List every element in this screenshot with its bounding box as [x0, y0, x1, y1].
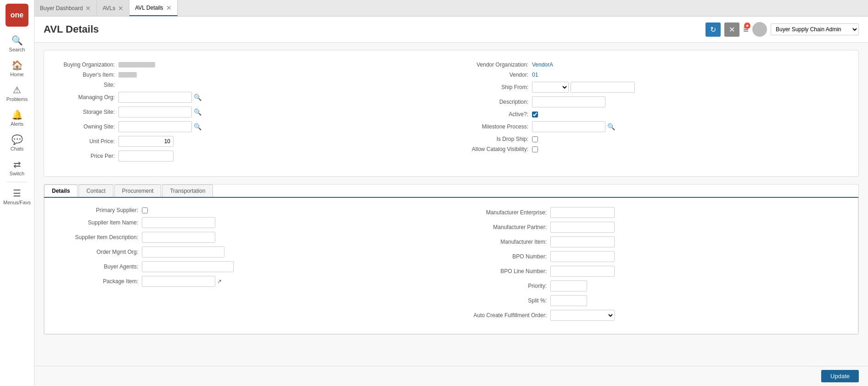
- site-row: Site:: [59, 82, 444, 88]
- sidebar-item-label: Chats: [11, 146, 24, 151]
- sidebar-item-chats[interactable]: 💬 Chats: [0, 130, 34, 155]
- owning-site-search-btn[interactable]: 🔍: [192, 122, 203, 131]
- chat-icon: 💬: [11, 134, 23, 145]
- price-per-label: Price Per:: [59, 153, 118, 159]
- storage-site-search-btn[interactable]: 🔍: [192, 107, 203, 117]
- mfr-item-row: Manufacturer Item:: [459, 236, 843, 247]
- milestone-search-btn[interactable]: 🔍: [605, 122, 617, 131]
- managing-org-input[interactable]: [118, 92, 192, 103]
- sidebar-item-search[interactable]: 🔍 Search: [0, 31, 34, 56]
- sidebar-divider: [7, 182, 27, 182]
- supplier-item-name-input[interactable]: [142, 217, 215, 228]
- content-area: Buying Organization: Buyer's Item: Site:…: [34, 43, 868, 366]
- bpo-line-input[interactable]: [550, 266, 615, 277]
- sidebar-item-switch[interactable]: ⇄ Switch: [0, 155, 34, 180]
- detail-tab-content: Primary Supplier: Supplier Item Name: Su…: [44, 198, 858, 334]
- bpo-line-row: BPO Line Number:: [459, 266, 843, 277]
- tab-avls[interactable]: AVLs ✕: [97, 0, 129, 16]
- mfr-item-label: Manufacturer Item:: [459, 239, 550, 245]
- package-item-group: ↗: [142, 276, 222, 287]
- details-form: Primary Supplier: Supplier Item Name: Su…: [52, 205, 851, 326]
- tab-close-icon[interactable]: ✕: [85, 5, 91, 12]
- owning-site-label: Owning Site:: [59, 123, 118, 130]
- unit-price-label: Unit Price:: [59, 138, 118, 145]
- auto-create-select[interactable]: [550, 310, 615, 321]
- tab-contact[interactable]: Contact: [78, 185, 113, 197]
- auto-create-row: Auto Create Fulfillment Order:: [459, 310, 843, 321]
- main-area: Buyer Dashboard ✕ AVLs ✕ AVL Details ✕ A…: [34, 0, 868, 386]
- tab-details-label: Details: [52, 188, 70, 194]
- page-header: AVL Details ↻ ✕ ≡ ★ Buyer Supply Chain A…: [34, 17, 868, 43]
- vendor-label: Vendor:: [459, 72, 532, 78]
- top-form-card: Buying Organization: Buyer's Item: Site:…: [44, 50, 859, 177]
- buying-org-row: Buying Organization:: [59, 62, 444, 68]
- tab-avl-details[interactable]: AVL Details ✕: [129, 0, 177, 16]
- bpo-number-row: BPO Number:: [459, 251, 843, 262]
- active-checkbox[interactable]: [532, 112, 538, 117]
- milestone-input-group: 🔍: [532, 121, 617, 132]
- site-label: Site:: [59, 82, 118, 88]
- active-row: Active?:: [459, 111, 844, 117]
- description-input[interactable]: [532, 96, 605, 107]
- ship-from-input[interactable]: [571, 82, 635, 93]
- bpo-number-input[interactable]: [550, 251, 615, 262]
- catalog-visibility-checkbox[interactable]: [532, 146, 538, 152]
- tab-label: Buyer Dashboard: [40, 5, 83, 11]
- order-mgmt-org-input[interactable]: [142, 246, 224, 257]
- managing-org-search-btn[interactable]: 🔍: [192, 93, 203, 102]
- order-mgmt-org-label: Order Mgmt Org:: [59, 249, 142, 255]
- update-button[interactable]: Update: [821, 370, 859, 382]
- search-icon: 🔍: [11, 35, 23, 46]
- order-mgmt-org-row: Order Mgmt Org:: [59, 246, 444, 257]
- unit-price-input[interactable]: [118, 136, 174, 147]
- milestone-input[interactable]: [532, 121, 605, 132]
- external-link-icon[interactable]: ↗: [217, 278, 222, 285]
- mfr-partner-label: Manufacturer Partner:: [459, 224, 550, 230]
- tab-procurement[interactable]: Procurement: [114, 185, 162, 197]
- mfr-item-input[interactable]: [550, 236, 615, 247]
- buyer-agents-input[interactable]: [142, 261, 234, 272]
- catalog-visibility-label: Allow Catalog Visibility:: [459, 146, 532, 152]
- tab-buyer-dashboard[interactable]: Buyer Dashboard ✕: [34, 0, 97, 16]
- sidebar-item-problems[interactable]: ⚠ Problems: [0, 81, 34, 106]
- priority-input[interactable]: [550, 280, 587, 291]
- storage-site-input[interactable]: [118, 106, 192, 117]
- vendor-org-label: Vendor Organization:: [459, 62, 532, 68]
- tab-transportation[interactable]: Transportation: [162, 185, 213, 197]
- supplier-item-desc-row: Supplier Item Description:: [59, 232, 444, 243]
- primary-supplier-checkbox[interactable]: [142, 207, 148, 213]
- user-role-select[interactable]: Buyer Supply Chain Admin: [771, 23, 859, 35]
- buyer-agents-label: Buyer Agents:: [59, 263, 142, 270]
- sidebar: one 🔍 Search 🏠 Home ⚠ Problems 🔔 Alerts …: [0, 0, 34, 386]
- sidebar-item-alerts[interactable]: 🔔 Alerts: [0, 106, 34, 130]
- owning-site-input[interactable]: [118, 121, 192, 132]
- tab-close-icon[interactable]: ✕: [118, 5, 123, 12]
- supplier-item-desc-input[interactable]: [142, 232, 215, 243]
- tab-close-icon[interactable]: ✕: [166, 4, 172, 11]
- vendor-org-row: Vendor Organization: VendorA: [459, 62, 844, 68]
- tab-details[interactable]: Details: [44, 185, 78, 197]
- mfr-enterprise-input[interactable]: [550, 207, 615, 218]
- close-page-button[interactable]: ✕: [724, 22, 739, 37]
- buyers-item-value: [118, 72, 137, 78]
- sidebar-item-menus[interactable]: ☰ Menus/Favs: [0, 184, 34, 209]
- mfr-partner-row: Manufacturer Partner:: [459, 222, 843, 233]
- notification-count-badge: ★: [744, 22, 750, 29]
- ship-from-select[interactable]: [532, 82, 569, 93]
- buyer-agents-row: Buyer Agents:: [59, 261, 444, 272]
- vendor-value[interactable]: 01: [532, 72, 538, 78]
- drop-ship-checkbox[interactable]: [532, 136, 538, 142]
- sidebar-item-home[interactable]: 🏠 Home: [0, 56, 34, 81]
- split-pct-input[interactable]: [550, 295, 587, 306]
- detail-tabs: Details Contact Procurement Transportati…: [44, 185, 858, 198]
- tab-bar: Buyer Dashboard ✕ AVLs ✕ AVL Details ✕: [34, 0, 868, 17]
- mfr-partner-input[interactable]: [550, 222, 615, 233]
- form-left-col: Buying Organization: Buyer's Item: Site:…: [51, 58, 451, 169]
- package-item-input[interactable]: [142, 276, 215, 287]
- refresh-button[interactable]: ↻: [706, 22, 721, 37]
- price-per-input[interactable]: [118, 151, 174, 162]
- vendor-org-value[interactable]: VendorA: [532, 62, 553, 68]
- split-pct-row: Split %:: [459, 295, 843, 306]
- description-row: Description:: [459, 96, 844, 107]
- tab-contact-label: Contact: [86, 188, 105, 194]
